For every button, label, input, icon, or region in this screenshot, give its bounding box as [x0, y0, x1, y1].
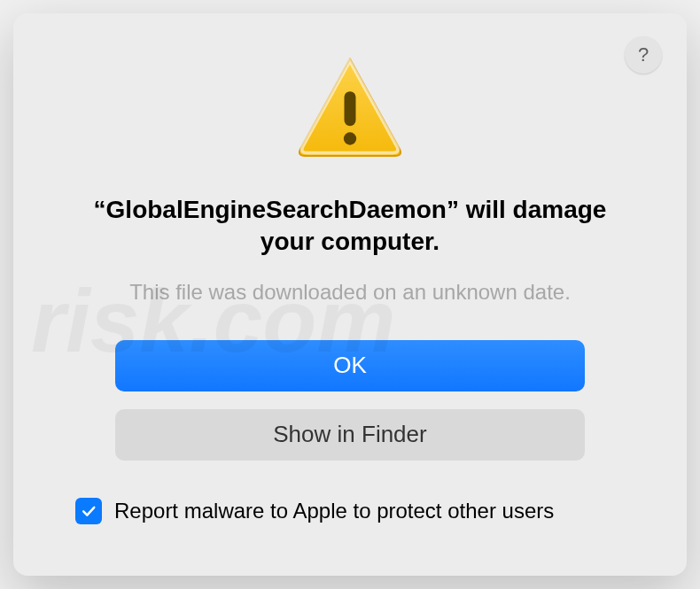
warning-icon: [292, 52, 408, 167]
alert-dialog: ? “GlobalEngineSearchDaemon” will damage…: [13, 13, 687, 576]
report-malware-row: Report malware to Apple to protect other…: [66, 498, 634, 524]
check-icon: [80, 502, 97, 520]
svg-rect-0: [345, 91, 356, 126]
dialog-message-main: “GlobalEngineSearchDaemon” will damage y…: [66, 194, 634, 259]
report-malware-checkbox[interactable]: [75, 498, 102, 524]
help-button[interactable]: ?: [625, 36, 662, 74]
show-in-finder-button[interactable]: Show in Finder: [115, 409, 585, 461]
help-icon: ?: [638, 43, 649, 66]
svg-point-1: [344, 132, 356, 144]
report-malware-label: Report malware to Apple to protect other…: [114, 499, 554, 523]
dialog-message-sub: This file was downloaded on an unknown d…: [129, 280, 571, 305]
ok-button[interactable]: OK: [115, 340, 585, 391]
